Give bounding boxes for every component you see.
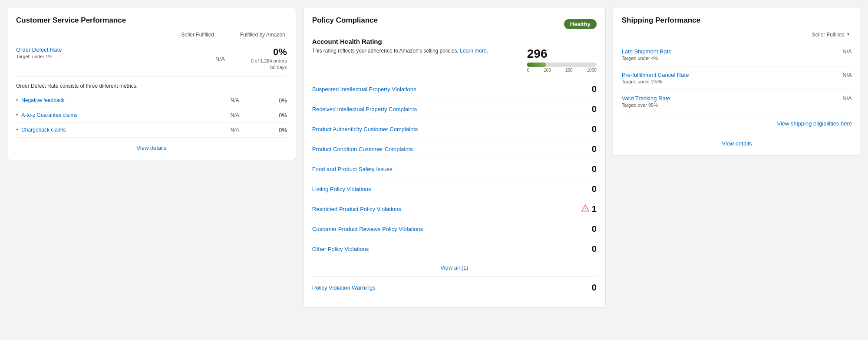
- policy-violation-row: Other Policy Violations0: [312, 239, 597, 259]
- sub-metric-negative-feedback: • Negative feedback N/A 0%: [16, 93, 287, 108]
- valid-tracking-target: Target: over 95%: [622, 102, 843, 108]
- bullet-icon: •: [16, 112, 18, 118]
- healthy-badge: Healthy: [564, 19, 597, 29]
- negative-feedback-label[interactable]: Negative feedback: [21, 97, 226, 103]
- customer-service-title: Customer Service Performance: [16, 16, 287, 25]
- late-shipment-value: N/A: [842, 48, 852, 55]
- odr-section: Order Defect Rate consists of three diff…: [16, 83, 287, 138]
- policy-violation-count: 0: [592, 124, 597, 134]
- ahr-bar-fill: [527, 63, 546, 67]
- customer-service-view-details[interactable]: View details: [16, 145, 287, 151]
- atoz-label[interactable]: A-to-z Guarantee claims: [21, 112, 226, 118]
- order-defect-rate-label[interactable]: Order Defect Rate Target: under 1%: [16, 46, 212, 59]
- pre-fulfillment-cancel-rate-row: Pre-fulfillment Cancel Rate Target: unde…: [622, 66, 852, 90]
- policy-violation-count: ! 1: [581, 204, 597, 214]
- policy-violation-label[interactable]: Received Intellectual Property Complaint…: [312, 106, 417, 112]
- negative-feedback-seller: N/A: [226, 97, 239, 103]
- shipping-performance-card: Shipping Performance Seller Fulfilled ▾ …: [613, 7, 861, 156]
- late-shipment-link[interactable]: Late Shipment Rate: [622, 48, 672, 55]
- pre-fulfillment-link[interactable]: Pre-fulfillment Cancel Rate: [622, 72, 689, 78]
- valid-tracking-label: Valid Tracking Rate Target: over 95%: [622, 95, 843, 108]
- late-shipment-rate-row: Late Shipment Rate Target: under 4% N/A: [622, 43, 852, 66]
- shipping-title: Shipping Performance: [622, 16, 852, 25]
- policy-violation-count: 0: [592, 104, 597, 114]
- policy-violation-label[interactable]: Product Authenticity Customer Complaints: [312, 126, 418, 132]
- policy-violation-count: 0: [592, 184, 597, 194]
- sub-metric-atoz: • A-to-z Guarantee claims N/A 0%: [16, 108, 287, 123]
- valid-tracking-value: N/A: [842, 95, 852, 102]
- policy-violation-label[interactable]: Listing Policy Violations: [312, 186, 371, 192]
- odr-amazon-value: 0%: [265, 46, 287, 58]
- policy-violation-count: 0: [592, 224, 597, 234]
- customer-service-card: Customer Service Performance Seller Fulf…: [7, 7, 296, 160]
- policy-violation-count: 0: [592, 244, 597, 254]
- policy-violation-row: Suspected Intellectual Property Violatio…: [312, 79, 597, 99]
- policy-violations-list: Suspected Intellectual Property Violatio…: [312, 79, 597, 259]
- order-defect-rate-values: N/A 0% 0 of 1,264 orders 60 days: [212, 46, 287, 71]
- account-health-section: Account Health Rating This rating reflec…: [312, 38, 597, 73]
- ahr-bar-labels: 0 100 200 1000: [527, 68, 597, 73]
- pre-fulfillment-value: N/A: [842, 72, 852, 78]
- view-all-link[interactable]: View all (1): [312, 259, 597, 277]
- chargeback-amazon: 0%: [265, 127, 287, 133]
- pvw-label[interactable]: Policy Violation Warnings: [312, 284, 376, 291]
- policy-header: Policy Compliance Healthy: [312, 16, 597, 32]
- valid-tracking-rate-row: Valid Tracking Rate Target: over 95% N/A: [622, 90, 852, 113]
- policy-violation-count: 0: [592, 84, 597, 94]
- late-shipment-label: Late Shipment Rate Target: under 4%: [622, 48, 843, 61]
- policy-violation-row: Restricted Product Policy Violations ! 1: [312, 199, 597, 219]
- ahr-learn-more-link[interactable]: Learn more.: [460, 48, 488, 54]
- view-eligibilities-link[interactable]: View shipping eligibilities here: [622, 120, 852, 127]
- negative-feedback-amazon: 0%: [265, 97, 287, 104]
- ahr-title: Account Health Rating: [312, 38, 597, 45]
- policy-violation-warnings-row: Policy Violation Warnings 0: [312, 277, 597, 299]
- pvw-count: 0: [592, 283, 597, 293]
- pre-fulfillment-target: Target: under 2.5%: [622, 79, 843, 84]
- policy-compliance-card: Policy Compliance Healthy Account Health…: [303, 7, 606, 308]
- svg-text:!: !: [584, 207, 586, 211]
- odr-amazon-col: 0% 0 of 1,264 orders 60 days: [251, 46, 287, 71]
- bullet-icon: •: [16, 97, 18, 103]
- policy-violation-label[interactable]: Customer Product Reviews Policy Violatio…: [312, 226, 423, 232]
- policy-violation-row: Listing Policy Violations0: [312, 179, 597, 199]
- shipping-view-details-link[interactable]: View details: [622, 134, 852, 147]
- policy-violation-count: 0: [592, 144, 597, 154]
- ahr-score: 296: [527, 47, 597, 61]
- atoz-seller: N/A: [226, 112, 239, 118]
- odr-amazon-sub: 0 of 1,264 orders 60 days: [251, 58, 287, 71]
- odr-seller-value: N/A: [212, 56, 225, 62]
- chargeback-seller: N/A: [226, 127, 239, 133]
- col-seller-header: Seller Fulfilled: [181, 32, 214, 38]
- policy-violation-label[interactable]: Food and Product Safety Issues: [312, 166, 393, 172]
- bullet-icon: •: [16, 127, 18, 133]
- ahr-row: This rating reflects your adherence to A…: [312, 47, 597, 73]
- policy-violation-row: Food and Product Safety Issues0: [312, 159, 597, 179]
- policy-violation-row: Received Intellectual Property Complaint…: [312, 99, 597, 119]
- col-amazon-header: Fulfilled by Amazon: [240, 32, 285, 38]
- order-defect-rate-row: Order Defect Rate Target: under 1% N/A 0…: [16, 41, 287, 77]
- ahr-progress-bar: [527, 63, 597, 67]
- pre-fulfillment-label: Pre-fulfillment Cancel Rate Target: unde…: [622, 72, 843, 84]
- shipping-col-header: Seller Fulfilled ▾: [622, 32, 852, 38]
- policy-violation-label[interactable]: Restricted Product Policy Violations: [312, 206, 401, 212]
- policy-compliance-title: Policy Compliance: [312, 16, 378, 25]
- sub-metric-chargeback: • Chargeback claims N/A 0%: [16, 123, 287, 138]
- policy-violation-label[interactable]: Other Policy Violations: [312, 246, 369, 252]
- ahr-score-section: 296 0 100 200 1000: [527, 47, 597, 73]
- warning-icon: !: [581, 204, 589, 214]
- policy-violation-label[interactable]: Product Condition Customer Complaints: [312, 146, 413, 152]
- policy-violation-row: Product Condition Customer Complaints0: [312, 139, 597, 159]
- dropdown-icon[interactable]: ▾: [847, 32, 849, 38]
- atoz-amazon: 0%: [265, 112, 287, 119]
- chargeback-label[interactable]: Chargeback claims: [21, 127, 226, 133]
- shipping-col-label: Seller Fulfilled: [812, 32, 845, 38]
- policy-violation-row: Product Authenticity Customer Complaints…: [312, 119, 597, 139]
- column-headers: Seller Fulfilled Fulfilled by Amazon: [16, 32, 287, 38]
- valid-tracking-link[interactable]: Valid Tracking Rate: [622, 95, 670, 102]
- policy-violation-row: Customer Product Reviews Policy Violatio…: [312, 219, 597, 239]
- ahr-description: This rating reflects your adherence to A…: [312, 47, 518, 55]
- policy-violation-label[interactable]: Suspected Intellectual Property Violatio…: [312, 86, 416, 92]
- late-shipment-target: Target: under 4%: [622, 56, 843, 61]
- odr-description: Order Defect Rate consists of three diff…: [16, 83, 287, 89]
- policy-violation-count: 0: [592, 164, 597, 174]
